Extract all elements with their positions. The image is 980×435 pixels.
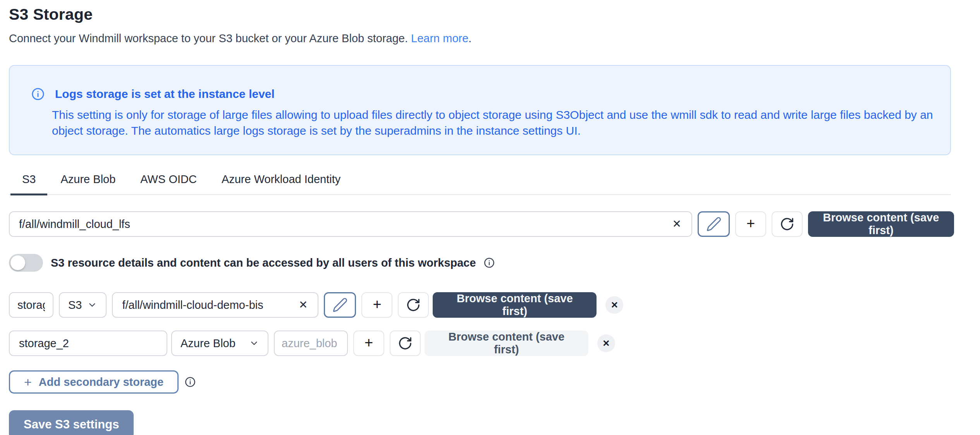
- toggle-knob: [10, 255, 25, 270]
- workspace-access-toggle-row: S3 resource details and content can be a…: [9, 254, 980, 272]
- plus-icon: +: [746, 216, 755, 231]
- info-icon: [31, 87, 45, 101]
- subtitle-period: .: [468, 32, 471, 45]
- tab-s3[interactable]: S3: [10, 173, 47, 195]
- add-secondary-storage-button[interactable]: + Add secondary storage: [9, 370, 179, 394]
- secondary2-remove-button[interactable]: ✕: [597, 334, 615, 352]
- secondary2-create-resource-button[interactable]: +: [353, 331, 384, 356]
- clear-input-icon[interactable]: ✕: [672, 219, 681, 229]
- chevron-down-icon: [87, 300, 97, 310]
- secondary2-refresh-resource-button[interactable]: [390, 331, 421, 356]
- primary-resource-input[interactable]: [9, 211, 692, 237]
- alert-body-line1: This setting is only for storage of larg…: [52, 107, 935, 123]
- secondary1-type-select[interactable]: S3: [59, 292, 107, 318]
- alert-title: Logs storage is set at the instance leve…: [55, 87, 275, 101]
- refresh-resource-button[interactable]: [772, 211, 803, 237]
- refresh-icon: [398, 336, 413, 351]
- s3-storage-settings-page: S3 Storage Connect your Windmill workspa…: [0, 0, 980, 435]
- create-resource-button[interactable]: +: [735, 211, 766, 237]
- add-secondary-storage-label: Add secondary storage: [39, 376, 163, 389]
- pencil-icon: [706, 216, 722, 232]
- edit-resource-button[interactable]: [698, 211, 730, 237]
- page-subtitle: Connect your Windmill workspace to your …: [9, 32, 980, 45]
- refresh-icon: [780, 217, 794, 231]
- primary-storage-row: ✕ + Browse content (save first): [9, 211, 980, 237]
- chevron-down-icon: [249, 338, 259, 348]
- tab-azure-blob[interactable]: Azure Blob: [49, 173, 127, 195]
- refresh-icon: [406, 298, 421, 312]
- secondary1-browse-content-button[interactable]: Browse content (save first): [433, 292, 597, 318]
- secondary2-type-value: Azure Blob: [181, 337, 236, 350]
- secondary1-remove-button[interactable]: ✕: [605, 296, 623, 314]
- secondary1-edit-resource-button[interactable]: [324, 292, 356, 318]
- workspace-access-label: S3 resource details and content can be a…: [51, 257, 476, 269]
- secondary2-type-select[interactable]: Azure Blob: [171, 331, 268, 356]
- subtitle-text: Connect your Windmill workspace to your …: [9, 32, 408, 45]
- toggle-info-icon: [484, 257, 495, 268]
- clear-input-icon[interactable]: ✕: [299, 300, 308, 310]
- pencil-icon: [332, 297, 348, 313]
- logs-storage-alert: Logs storage is set at the instance leve…: [9, 65, 951, 155]
- secondary-storage-row: S3 ✕ +: [9, 292, 980, 318]
- alert-body-line2: object storage. The automatics large log…: [52, 123, 935, 139]
- storage-type-tabs: S3 Azure Blob AWS OIDC Azure Workload Id…: [9, 173, 951, 195]
- secondary-storage-row: Azure Blob + Browse content (save first)…: [9, 331, 980, 356]
- secondary2-browse-content-button[interactable]: Browse content (save first): [425, 331, 588, 356]
- plus-icon: +: [24, 375, 32, 390]
- alert-body: This setting is only for storage of larg…: [52, 107, 935, 139]
- secondary1-refresh-resource-button[interactable]: [398, 292, 429, 318]
- secondary1-name-input[interactable]: [9, 292, 53, 318]
- browse-content-button[interactable]: Browse content (save first): [808, 211, 954, 237]
- learn-more-link[interactable]: Learn more: [411, 32, 468, 45]
- page-title: S3 Storage: [9, 5, 980, 24]
- plus-icon: +: [373, 297, 381, 312]
- secondary1-resource-input[interactable]: [112, 292, 318, 318]
- tab-azure-workload-identity[interactable]: Azure Workload Identity: [210, 173, 352, 195]
- primary-resource-input-wrap: ✕: [9, 211, 692, 237]
- add-secondary-info-icon: [185, 377, 196, 387]
- secondary2-resource-input[interactable]: [274, 331, 348, 356]
- workspace-access-toggle[interactable]: [9, 254, 43, 272]
- secondary1-type-value: S3: [68, 299, 82, 312]
- plus-icon: +: [364, 335, 373, 350]
- tab-aws-oidc[interactable]: AWS OIDC: [129, 173, 208, 195]
- secondary1-resource-input-wrap: ✕: [112, 292, 318, 318]
- secondary1-create-resource-button[interactable]: +: [361, 292, 392, 318]
- add-secondary-row: + Add secondary storage: [9, 370, 980, 394]
- save-s3-settings-button[interactable]: Save S3 settings: [9, 410, 134, 435]
- secondary2-name-input[interactable]: [9, 331, 167, 356]
